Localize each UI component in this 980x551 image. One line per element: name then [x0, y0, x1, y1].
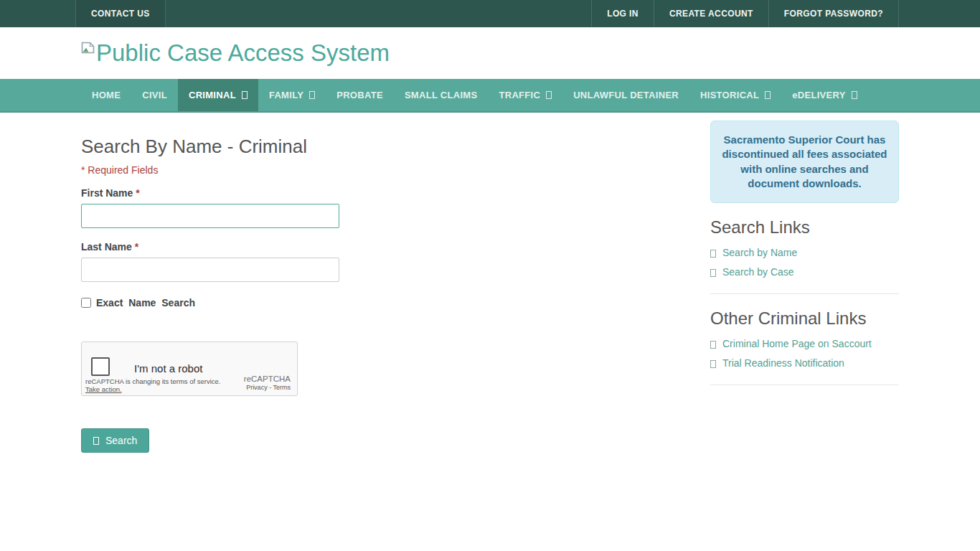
search-by-case-link[interactable]: Search by Case — [710, 266, 899, 278]
dropdown-caret-icon — [852, 91, 857, 99]
main-navigation: HOME CIVIL CRIMINAL FAMILY PROBATE SMALL… — [0, 79, 980, 113]
nav-label: CIVIL — [142, 90, 167, 100]
recaptcha-checkbox[interactable] — [91, 357, 110, 376]
nav-label: eDELIVERY — [792, 90, 845, 100]
search-button[interactable]: Search — [81, 428, 149, 453]
dropdown-caret-icon — [765, 91, 771, 99]
exact-name-label: Exact Name Search — [96, 297, 195, 309]
search-links-title: Search Links — [710, 217, 899, 237]
nav-label: UNLAWFUL DETAINER — [573, 90, 679, 100]
nav-item-small-claims[interactable]: SMALL CLAIMS — [394, 79, 489, 111]
nav-item-civil[interactable]: CIVIL — [131, 79, 178, 111]
link-bullet-icon — [710, 250, 716, 258]
create-account-link[interactable]: CREATE ACCOUNT — [654, 0, 769, 27]
site-title: Public Case Access System — [96, 40, 390, 66]
first-name-label: First Name * — [81, 187, 626, 199]
nav-label: HOME — [92, 90, 121, 100]
nav-item-traffic[interactable]: TRAFFIC — [488, 79, 562, 111]
search-icon — [93, 437, 99, 445]
sidebar-divider — [710, 385, 899, 385]
recaptcha-widget: I'm not a robot reCAPTCHA is changing it… — [81, 342, 298, 396]
other-criminal-links-title: Other Criminal Links — [710, 309, 899, 329]
dropdown-caret-icon — [309, 91, 315, 99]
nav-label: HISTORICAL — [700, 90, 759, 100]
link-bullet-icon — [710, 360, 716, 368]
nav-item-probate[interactable]: PROBATE — [326, 79, 394, 111]
search-form-section: Search By Name - Criminal * Required Fie… — [81, 121, 626, 453]
first-name-input[interactable] — [81, 204, 339, 228]
required-fields-note: * Required Fields — [81, 164, 626, 176]
recaptcha-notice: reCAPTCHA is changing its terms of servi… — [85, 378, 220, 394]
exact-name-checkbox[interactable] — [81, 298, 91, 308]
search-button-label: Search — [105, 435, 137, 446]
nav-label: FAMILY — [269, 90, 303, 100]
required-marker: * — [135, 241, 138, 253]
recaptcha-terms-link[interactable]: Terms — [273, 384, 291, 391]
nav-label: SMALL CLAIMS — [405, 90, 478, 100]
forgot-password-link[interactable]: FORGOT PASSWORD? — [769, 0, 899, 27]
recaptcha-brand: reCAPTCHA Privacy - Terms — [244, 375, 291, 391]
fee-discontinued-notice: Sacramento Superior Court has discontinu… — [710, 121, 899, 203]
recaptcha-logo-text: reCAPTCHA — [244, 375, 291, 383]
recaptcha-link-separator: - — [269, 384, 271, 391]
nav-label: PROBATE — [336, 90, 383, 100]
contact-us-link[interactable]: CONTACT US — [75, 0, 166, 27]
last-name-input[interactable] — [81, 258, 339, 282]
nav-item-unlawful-detainer[interactable]: UNLAWFUL DETAINER — [562, 79, 689, 111]
nav-item-criminal[interactable]: CRIMINAL — [178, 79, 258, 111]
required-marker: * — [136, 187, 139, 199]
recaptcha-label: I'm not a robot — [134, 362, 202, 375]
nav-item-home[interactable]: HOME — [81, 79, 131, 111]
link-bullet-icon — [710, 269, 716, 277]
topbar: CONTACT US LOG IN CREATE ACCOUNT FORGOT … — [0, 0, 980, 27]
last-name-label: Last Name * — [81, 241, 626, 253]
nav-label: CRIMINAL — [189, 90, 236, 100]
nav-item-historical[interactable]: HISTORICAL — [689, 79, 781, 111]
sidebar: Sacramento Superior Court has discontinu… — [710, 121, 899, 453]
dropdown-caret-icon — [242, 91, 248, 99]
log-in-link[interactable]: LOG IN — [591, 0, 654, 27]
nav-item-family[interactable]: FAMILY — [258, 79, 326, 111]
broken-image-icon — [81, 42, 95, 57]
trial-readiness-link[interactable]: Trial Readiness Notification — [710, 357, 899, 369]
recaptcha-take-action-link[interactable]: Take action. — [85, 386, 122, 394]
nav-item-edelivery[interactable]: eDELIVERY — [781, 79, 867, 111]
recaptcha-privacy-link[interactable]: Privacy — [246, 384, 268, 391]
site-header: Public Case Access System — [0, 27, 980, 79]
page-title: Search By Name - Criminal — [81, 136, 626, 158]
criminal-home-page-link[interactable]: Criminal Home Page on Saccourt — [710, 338, 899, 349]
search-by-name-link[interactable]: Search by Name — [710, 247, 899, 258]
dropdown-caret-icon — [546, 91, 552, 99]
sidebar-divider — [710, 293, 899, 294]
site-logo-link[interactable]: Public Case Access System — [81, 40, 899, 66]
link-bullet-icon — [710, 341, 716, 349]
nav-label: TRAFFIC — [499, 90, 540, 100]
